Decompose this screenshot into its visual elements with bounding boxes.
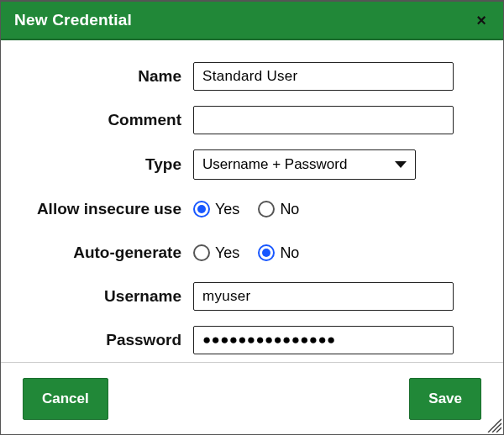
type-select[interactable]: Username + Password: [193, 149, 416, 180]
auto-generate-no-option[interactable]: No: [258, 244, 299, 262]
type-select-value: Username + Password: [202, 156, 347, 173]
row-auto-generate: Auto-generate Yes No: [26, 238, 473, 267]
dialog-titlebar: New Credential ×: [1, 2, 503, 40]
label-password: Password: [26, 331, 193, 349]
svg-line-2: [492, 423, 501, 432]
label-type: Type: [26, 155, 193, 174]
radio-checked-icon: [258, 244, 275, 261]
row-username: Username: [26, 282, 473, 311]
new-credential-dialog: New Credential × Name Comment Type Usern…: [0, 0, 504, 435]
allow-insecure-radio-group: Yes No: [193, 195, 473, 223]
auto-generate-radio-group: Yes No: [193, 238, 473, 267]
dialog-title: New Credential: [14, 11, 473, 29]
label-name: Name: [26, 67, 193, 86]
allow-insecure-no-option[interactable]: No: [258, 201, 299, 218]
row-allow-insecure: Allow insecure use Yes No: [26, 195, 473, 223]
label-auto-generate: Auto-generate: [26, 244, 193, 262]
radio-label: No: [280, 201, 299, 218]
row-name: Name: [26, 62, 473, 91]
row-type: Type Username + Password: [26, 149, 473, 180]
password-input[interactable]: [193, 326, 454, 354]
row-password: Password: [26, 326, 473, 354]
dialog-footer: Cancel Save: [1, 362, 503, 434]
dialog-body: Name Comment Type Username + Password: [1, 40, 503, 362]
label-username: Username: [26, 287, 193, 306]
radio-unchecked-icon: [193, 244, 210, 261]
save-button[interactable]: Save: [409, 378, 481, 420]
radio-label: No: [280, 244, 299, 262]
radio-checked-icon: [193, 201, 210, 218]
allow-insecure-yes-option[interactable]: Yes: [193, 201, 239, 218]
row-comment: Comment: [26, 106, 473, 134]
svg-marker-0: [395, 161, 407, 168]
username-input[interactable]: [193, 282, 454, 311]
resize-handle-icon[interactable]: [485, 416, 501, 432]
chevron-down-icon: [395, 161, 407, 168]
name-input[interactable]: [193, 62, 454, 91]
auto-generate-yes-option[interactable]: Yes: [193, 244, 239, 262]
label-comment: Comment: [26, 111, 193, 129]
comment-input[interactable]: [193, 106, 454, 134]
radio-label: Yes: [215, 244, 239, 262]
label-allow-insecure: Allow insecure use: [26, 200, 193, 218]
close-icon[interactable]: ×: [473, 12, 490, 29]
radio-label: Yes: [215, 201, 239, 218]
radio-unchecked-icon: [258, 201, 275, 218]
cancel-button[interactable]: Cancel: [23, 378, 108, 420]
